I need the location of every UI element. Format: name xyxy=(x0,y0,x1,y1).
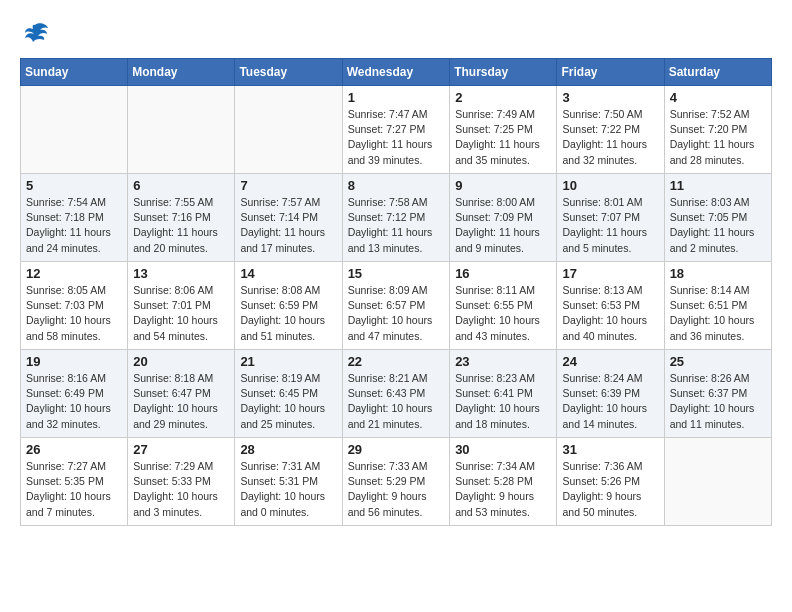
logo xyxy=(20,20,52,48)
day-info: Sunrise: 8:23 AM Sunset: 6:41 PM Dayligh… xyxy=(455,371,551,432)
calendar-cell: 10Sunrise: 8:01 AM Sunset: 7:07 PM Dayli… xyxy=(557,174,664,262)
calendar-day-header: Friday xyxy=(557,59,664,86)
calendar-cell: 18Sunrise: 8:14 AM Sunset: 6:51 PM Dayli… xyxy=(664,262,771,350)
day-info: Sunrise: 7:36 AM Sunset: 5:26 PM Dayligh… xyxy=(562,459,658,520)
calendar-cell: 15Sunrise: 8:09 AM Sunset: 6:57 PM Dayli… xyxy=(342,262,450,350)
day-number: 30 xyxy=(455,442,551,457)
day-number: 27 xyxy=(133,442,229,457)
day-info: Sunrise: 7:58 AM Sunset: 7:12 PM Dayligh… xyxy=(348,195,445,256)
calendar-cell: 22Sunrise: 8:21 AM Sunset: 6:43 PM Dayli… xyxy=(342,350,450,438)
calendar-cell: 7Sunrise: 7:57 AM Sunset: 7:14 PM Daylig… xyxy=(235,174,342,262)
calendar-cell xyxy=(664,438,771,526)
day-info: Sunrise: 8:19 AM Sunset: 6:45 PM Dayligh… xyxy=(240,371,336,432)
calendar-week-row: 19Sunrise: 8:16 AM Sunset: 6:49 PM Dayli… xyxy=(21,350,772,438)
day-info: Sunrise: 8:06 AM Sunset: 7:01 PM Dayligh… xyxy=(133,283,229,344)
day-number: 9 xyxy=(455,178,551,193)
day-info: Sunrise: 7:50 AM Sunset: 7:22 PM Dayligh… xyxy=(562,107,658,168)
day-number: 31 xyxy=(562,442,658,457)
day-info: Sunrise: 8:14 AM Sunset: 6:51 PM Dayligh… xyxy=(670,283,766,344)
day-number: 14 xyxy=(240,266,336,281)
day-info: Sunrise: 7:52 AM Sunset: 7:20 PM Dayligh… xyxy=(670,107,766,168)
day-info: Sunrise: 7:54 AM Sunset: 7:18 PM Dayligh… xyxy=(26,195,122,256)
day-number: 23 xyxy=(455,354,551,369)
calendar-cell: 30Sunrise: 7:34 AM Sunset: 5:28 PM Dayli… xyxy=(450,438,557,526)
day-number: 8 xyxy=(348,178,445,193)
calendar-cell: 24Sunrise: 8:24 AM Sunset: 6:39 PM Dayli… xyxy=(557,350,664,438)
calendar-week-row: 5Sunrise: 7:54 AM Sunset: 7:18 PM Daylig… xyxy=(21,174,772,262)
calendar-day-header: Thursday xyxy=(450,59,557,86)
day-number: 5 xyxy=(26,178,122,193)
day-number: 7 xyxy=(240,178,336,193)
calendar-cell: 9Sunrise: 8:00 AM Sunset: 7:09 PM Daylig… xyxy=(450,174,557,262)
day-number: 10 xyxy=(562,178,658,193)
day-number: 15 xyxy=(348,266,445,281)
calendar-cell: 2Sunrise: 7:49 AM Sunset: 7:25 PM Daylig… xyxy=(450,86,557,174)
calendar-day-header: Saturday xyxy=(664,59,771,86)
day-info: Sunrise: 8:08 AM Sunset: 6:59 PM Dayligh… xyxy=(240,283,336,344)
day-info: Sunrise: 7:29 AM Sunset: 5:33 PM Dayligh… xyxy=(133,459,229,520)
calendar-cell: 17Sunrise: 8:13 AM Sunset: 6:53 PM Dayli… xyxy=(557,262,664,350)
day-number: 6 xyxy=(133,178,229,193)
day-info: Sunrise: 7:47 AM Sunset: 7:27 PM Dayligh… xyxy=(348,107,445,168)
day-info: Sunrise: 7:49 AM Sunset: 7:25 PM Dayligh… xyxy=(455,107,551,168)
day-info: Sunrise: 7:34 AM Sunset: 5:28 PM Dayligh… xyxy=(455,459,551,520)
calendar-cell: 21Sunrise: 8:19 AM Sunset: 6:45 PM Dayli… xyxy=(235,350,342,438)
day-info: Sunrise: 7:27 AM Sunset: 5:35 PM Dayligh… xyxy=(26,459,122,520)
calendar-cell: 13Sunrise: 8:06 AM Sunset: 7:01 PM Dayli… xyxy=(128,262,235,350)
day-info: Sunrise: 8:09 AM Sunset: 6:57 PM Dayligh… xyxy=(348,283,445,344)
calendar-table: SundayMondayTuesdayWednesdayThursdayFrid… xyxy=(20,58,772,526)
day-number: 12 xyxy=(26,266,122,281)
day-info: Sunrise: 8:24 AM Sunset: 6:39 PM Dayligh… xyxy=(562,371,658,432)
page-header xyxy=(20,20,772,48)
day-number: 22 xyxy=(348,354,445,369)
day-number: 25 xyxy=(670,354,766,369)
day-number: 28 xyxy=(240,442,336,457)
day-info: Sunrise: 7:55 AM Sunset: 7:16 PM Dayligh… xyxy=(133,195,229,256)
day-number: 29 xyxy=(348,442,445,457)
calendar-week-row: 12Sunrise: 8:05 AM Sunset: 7:03 PM Dayli… xyxy=(21,262,772,350)
calendar-cell: 26Sunrise: 7:27 AM Sunset: 5:35 PM Dayli… xyxy=(21,438,128,526)
day-info: Sunrise: 8:13 AM Sunset: 6:53 PM Dayligh… xyxy=(562,283,658,344)
calendar-cell xyxy=(21,86,128,174)
day-number: 20 xyxy=(133,354,229,369)
day-number: 17 xyxy=(562,266,658,281)
calendar-cell: 25Sunrise: 8:26 AM Sunset: 6:37 PM Dayli… xyxy=(664,350,771,438)
calendar-week-row: 26Sunrise: 7:27 AM Sunset: 5:35 PM Dayli… xyxy=(21,438,772,526)
calendar-cell: 4Sunrise: 7:52 AM Sunset: 7:20 PM Daylig… xyxy=(664,86,771,174)
calendar-cell: 8Sunrise: 7:58 AM Sunset: 7:12 PM Daylig… xyxy=(342,174,450,262)
calendar-cell xyxy=(235,86,342,174)
calendar-cell: 5Sunrise: 7:54 AM Sunset: 7:18 PM Daylig… xyxy=(21,174,128,262)
day-number: 2 xyxy=(455,90,551,105)
calendar-cell: 6Sunrise: 7:55 AM Sunset: 7:16 PM Daylig… xyxy=(128,174,235,262)
calendar-cell: 28Sunrise: 7:31 AM Sunset: 5:31 PM Dayli… xyxy=(235,438,342,526)
day-info: Sunrise: 8:11 AM Sunset: 6:55 PM Dayligh… xyxy=(455,283,551,344)
calendar-header-row: SundayMondayTuesdayWednesdayThursdayFrid… xyxy=(21,59,772,86)
day-info: Sunrise: 7:33 AM Sunset: 5:29 PM Dayligh… xyxy=(348,459,445,520)
calendar-cell: 23Sunrise: 8:23 AM Sunset: 6:41 PM Dayli… xyxy=(450,350,557,438)
calendar-day-header: Tuesday xyxy=(235,59,342,86)
day-info: Sunrise: 7:57 AM Sunset: 7:14 PM Dayligh… xyxy=(240,195,336,256)
day-info: Sunrise: 8:05 AM Sunset: 7:03 PM Dayligh… xyxy=(26,283,122,344)
calendar-cell: 14Sunrise: 8:08 AM Sunset: 6:59 PM Dayli… xyxy=(235,262,342,350)
calendar-cell: 16Sunrise: 8:11 AM Sunset: 6:55 PM Dayli… xyxy=(450,262,557,350)
calendar-cell: 12Sunrise: 8:05 AM Sunset: 7:03 PM Dayli… xyxy=(21,262,128,350)
calendar-cell: 31Sunrise: 7:36 AM Sunset: 5:26 PM Dayli… xyxy=(557,438,664,526)
day-number: 24 xyxy=(562,354,658,369)
calendar-week-row: 1Sunrise: 7:47 AM Sunset: 7:27 PM Daylig… xyxy=(21,86,772,174)
calendar-cell: 3Sunrise: 7:50 AM Sunset: 7:22 PM Daylig… xyxy=(557,86,664,174)
day-number: 1 xyxy=(348,90,445,105)
day-number: 19 xyxy=(26,354,122,369)
calendar-day-header: Wednesday xyxy=(342,59,450,86)
calendar-cell: 27Sunrise: 7:29 AM Sunset: 5:33 PM Dayli… xyxy=(128,438,235,526)
day-number: 3 xyxy=(562,90,658,105)
calendar-cell: 19Sunrise: 8:16 AM Sunset: 6:49 PM Dayli… xyxy=(21,350,128,438)
day-info: Sunrise: 7:31 AM Sunset: 5:31 PM Dayligh… xyxy=(240,459,336,520)
day-info: Sunrise: 8:16 AM Sunset: 6:49 PM Dayligh… xyxy=(26,371,122,432)
day-number: 21 xyxy=(240,354,336,369)
calendar-cell: 11Sunrise: 8:03 AM Sunset: 7:05 PM Dayli… xyxy=(664,174,771,262)
calendar-cell: 20Sunrise: 8:18 AM Sunset: 6:47 PM Dayli… xyxy=(128,350,235,438)
day-number: 11 xyxy=(670,178,766,193)
calendar-cell: 1Sunrise: 7:47 AM Sunset: 7:27 PM Daylig… xyxy=(342,86,450,174)
day-info: Sunrise: 8:21 AM Sunset: 6:43 PM Dayligh… xyxy=(348,371,445,432)
day-number: 13 xyxy=(133,266,229,281)
